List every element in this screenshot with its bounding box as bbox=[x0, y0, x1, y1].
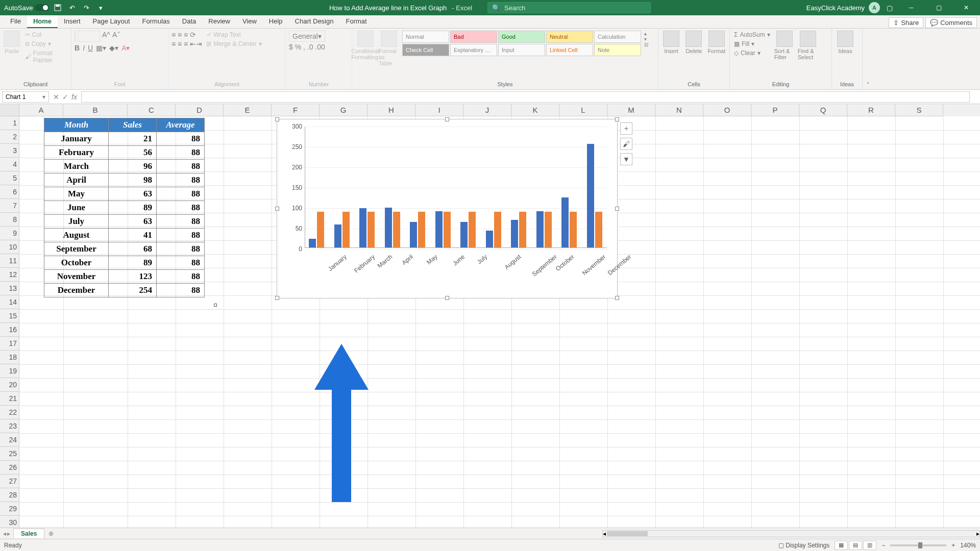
chart-plot-area[interactable]: 050100150200250300 bbox=[305, 127, 607, 248]
zoom-in-button[interactable]: + bbox=[951, 542, 955, 549]
cell-sales[interactable]: 89 bbox=[109, 201, 157, 215]
cell-average[interactable]: 88 bbox=[157, 215, 205, 229]
bar-average[interactable] bbox=[570, 212, 577, 247]
column-header[interactable]: B bbox=[63, 104, 128, 116]
row-header[interactable]: 15 bbox=[0, 309, 19, 323]
style-note[interactable]: Note bbox=[594, 44, 641, 56]
autosum-button[interactable]: Σ AutoSum ▾ bbox=[733, 31, 771, 39]
account-avatar[interactable]: A bbox=[869, 2, 880, 13]
resize-handle-icon[interactable] bbox=[445, 296, 449, 300]
clear-button[interactable]: ◇ Clear ▾ bbox=[733, 49, 771, 57]
row-header[interactable]: 9 bbox=[0, 227, 19, 240]
row-header[interactable]: 7 bbox=[0, 199, 19, 213]
row-header[interactable]: 30 bbox=[0, 516, 19, 528]
cell-month[interactable]: December bbox=[44, 284, 109, 297]
tab-review[interactable]: Review bbox=[202, 15, 236, 28]
bar-average[interactable] bbox=[317, 212, 324, 247]
page-layout-view-button[interactable]: ▤ bbox=[849, 541, 862, 550]
insert-cells-button[interactable]: Insert bbox=[662, 31, 681, 54]
resize-handle-icon[interactable] bbox=[275, 207, 279, 211]
tab-page-layout[interactable]: Page Layout bbox=[87, 15, 136, 28]
column-header[interactable]: K bbox=[511, 104, 559, 116]
sheet-tab-sales[interactable]: Sales bbox=[13, 529, 44, 538]
style-bad[interactable]: Bad bbox=[450, 31, 497, 43]
cell-month[interactable]: June bbox=[44, 201, 109, 215]
format-as-table-button[interactable]: Format as Table bbox=[379, 31, 399, 66]
row-header[interactable]: 3 bbox=[0, 144, 19, 158]
ideas-button[interactable]: Ideas bbox=[835, 31, 855, 54]
collapse-ribbon-button[interactable]: ˄ bbox=[863, 29, 873, 89]
minimize-button[interactable]: ─ bbox=[899, 0, 923, 15]
chart-styles-button[interactable]: 🖌 bbox=[620, 138, 632, 150]
column-header[interactable]: P bbox=[751, 104, 799, 116]
tab-view[interactable]: View bbox=[236, 15, 263, 28]
bar-sales[interactable] bbox=[486, 231, 493, 247]
conditional-formatting-button[interactable]: Conditional Formatting bbox=[355, 31, 376, 60]
row-header[interactable]: 25 bbox=[0, 447, 19, 461]
paste-button[interactable]: Paste bbox=[3, 31, 21, 54]
row-header[interactable]: 23 bbox=[0, 419, 19, 433]
cancel-icon[interactable]: ✕ bbox=[53, 93, 59, 101]
tab-formulas[interactable]: Formulas bbox=[136, 15, 176, 28]
row-header[interactable]: 5 bbox=[0, 171, 19, 185]
zoom-slider[interactable] bbox=[890, 544, 946, 546]
cell-month[interactable]: May bbox=[44, 187, 109, 201]
row-header[interactable]: 1 bbox=[0, 116, 19, 130]
worksheet-grid[interactable]: ABCDEFGHIJKLMNOPQRS 12345678910111213141… bbox=[0, 104, 980, 528]
bar-sales[interactable] bbox=[435, 211, 443, 247]
column-header[interactable]: L bbox=[559, 104, 607, 116]
style-linked-cell[interactable]: Linked Cell bbox=[546, 44, 593, 56]
cell-sales[interactable]: 89 bbox=[109, 256, 157, 270]
cell-average[interactable]: 88 bbox=[157, 229, 205, 242]
normal-view-button[interactable]: ▦ bbox=[835, 541, 848, 550]
sheet-nav-next-icon[interactable]: ▸ bbox=[7, 530, 10, 537]
row-header[interactable]: 12 bbox=[0, 268, 19, 282]
style-check-cell[interactable]: Check Cell bbox=[402, 44, 449, 56]
row-header[interactable]: 22 bbox=[0, 406, 19, 419]
ribbon-mode-icon[interactable]: ▢ bbox=[884, 2, 895, 13]
bar-average[interactable] bbox=[393, 212, 400, 247]
find-select-button[interactable]: Find & Select bbox=[798, 31, 818, 60]
horizontal-scrollbar[interactable]: ◂▸ bbox=[602, 530, 980, 537]
row-header[interactable]: 20 bbox=[0, 378, 19, 392]
sheet-nav-prev-icon[interactable]: ◂ bbox=[3, 530, 6, 537]
close-button[interactable]: ✕ bbox=[954, 0, 978, 15]
tab-help[interactable]: Help bbox=[263, 15, 289, 28]
row-header[interactable]: 17 bbox=[0, 337, 19, 350]
column-header[interactable]: G bbox=[320, 104, 368, 116]
column-header[interactable]: J bbox=[463, 104, 511, 116]
column-header[interactable]: A bbox=[19, 104, 63, 116]
style-neutral[interactable]: Neutral bbox=[546, 31, 593, 43]
resize-handle-icon[interactable] bbox=[615, 117, 619, 121]
new-sheet-button[interactable]: ⊕ bbox=[44, 529, 58, 538]
row-header[interactable]: 19 bbox=[0, 364, 19, 378]
resize-handle-icon[interactable] bbox=[615, 296, 619, 300]
style-input[interactable]: Input bbox=[498, 44, 545, 56]
cell-sales[interactable]: 98 bbox=[109, 173, 157, 187]
row-header[interactable]: 11 bbox=[0, 254, 19, 268]
chart-filters-button[interactable]: ▼ bbox=[620, 153, 632, 165]
cell-average[interactable]: 88 bbox=[157, 256, 205, 270]
cell-month[interactable]: April bbox=[44, 173, 109, 187]
cell-sales[interactable]: 123 bbox=[109, 270, 157, 284]
page-break-view-button[interactable]: ▥ bbox=[863, 541, 876, 550]
tab-format[interactable]: Format bbox=[339, 15, 373, 28]
zoom-out-button[interactable]: − bbox=[881, 542, 885, 549]
display-settings-button[interactable]: ▢ Display Settings bbox=[778, 542, 829, 549]
cell-average[interactable]: 88 bbox=[157, 284, 205, 297]
cell-average[interactable]: 88 bbox=[157, 146, 205, 160]
bar-average[interactable] bbox=[595, 212, 602, 247]
column-header[interactable]: N bbox=[655, 104, 703, 116]
bar-average[interactable] bbox=[418, 212, 425, 247]
name-box[interactable]: Chart 1▾ bbox=[2, 91, 49, 103]
style-explanatory--[interactable]: Explanatory … bbox=[450, 44, 497, 56]
row-header[interactable]: 4 bbox=[0, 158, 19, 171]
bar-average[interactable] bbox=[494, 212, 501, 247]
cell-sales[interactable]: 41 bbox=[109, 229, 157, 242]
bar-sales[interactable] bbox=[561, 197, 569, 247]
bar-average[interactable] bbox=[368, 212, 375, 247]
cell-sales[interactable]: 56 bbox=[109, 146, 157, 160]
row-header[interactable]: 10 bbox=[0, 240, 19, 254]
bar-sales[interactable] bbox=[410, 222, 417, 247]
comments-button[interactable]: 💬Comments bbox=[925, 17, 977, 28]
